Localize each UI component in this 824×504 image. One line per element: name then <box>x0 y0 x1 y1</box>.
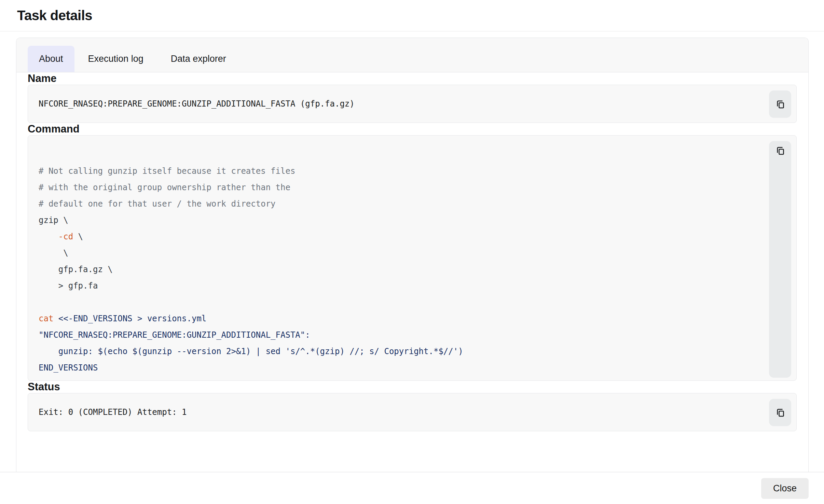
tab-execution-log[interactable]: Execution log <box>74 46 157 72</box>
name-value-box: NFCORE_RNASEQ:PREPARE_GENOME:GUNZIP_ADDI… <box>28 85 797 123</box>
copy-name-button[interactable] <box>769 90 791 118</box>
close-button[interactable]: Close <box>761 478 809 499</box>
modal-footer: Close <box>0 472 824 504</box>
tab-about-label: About <box>39 54 63 64</box>
copy-icon <box>776 99 785 109</box>
copy-icon <box>776 408 785 417</box>
command-section-heading: Command <box>28 123 797 135</box>
tab-bar: About Execution log Data explorer <box>16 38 808 72</box>
copy-icon <box>776 146 785 155</box>
task-name-value: NFCORE_RNASEQ:PREPARE_GENOME:GUNZIP_ADDI… <box>39 99 355 109</box>
status-section-heading: Status <box>28 381 797 393</box>
task-details-card: About Execution log Data explorer Name N… <box>16 38 809 472</box>
page-header: Task details <box>0 0 824 31</box>
tab-data-explorer-label: Data explorer <box>171 54 226 64</box>
copy-status-button[interactable] <box>769 399 791 426</box>
command-code: # Not calling gunzip itself because it c… <box>28 136 796 376</box>
tab-panel-about: Name NFCORE_RNASEQ:PREPARE_GENOME:GUNZIP… <box>16 72 808 431</box>
command-scrollbar-track <box>769 141 791 378</box>
copy-command-button[interactable] <box>776 146 785 156</box>
status-value-box: Exit: 0 (COMPLETED) Attempt: 1 <box>28 393 797 431</box>
name-section-heading: Name <box>28 72 797 85</box>
command-code-box: # Not calling gunzip itself because it c… <box>28 135 797 381</box>
tab-about[interactable]: About <box>28 46 74 72</box>
tab-data-explorer[interactable]: Data explorer <box>157 46 240 72</box>
tab-execution-log-label: Execution log <box>88 54 143 64</box>
status-value: Exit: 0 (COMPLETED) Attempt: 1 <box>39 407 187 417</box>
page-title: Task details <box>17 8 92 23</box>
